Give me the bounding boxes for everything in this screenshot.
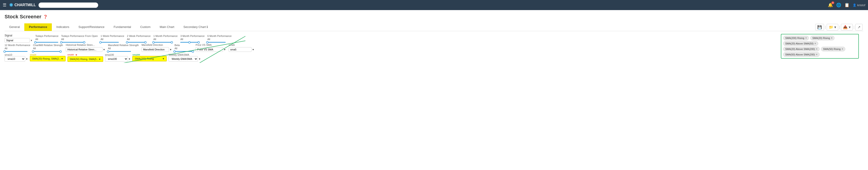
month12-group: 12 Month Performance All — [5, 44, 30, 52]
month6-perf-slider[interactable] — [207, 42, 231, 43]
mansfield-dir-chevron: ▼ — [169, 48, 172, 51]
save-button[interactable]: 💾 — [815, 24, 824, 31]
folder-button[interactable]: 📁 ▾ — [827, 24, 838, 31]
weekly-ema-sma-group: Weekly EMA/SMA Weekly EMA/SMA ▼ — [168, 54, 201, 62]
tag-sma20-above-sma200-label: SMA(20) Above SMA(200) — [785, 48, 815, 50]
sma100-group: sma100 sma100 ▼ — [105, 54, 131, 62]
sma5-chevron: ▼ — [252, 48, 254, 51]
sma50-select-box[interactable]: SMA(50) Rising, SMA(5... ▼ — [67, 56, 103, 62]
header: ☰ ❋ CHARTMILL 🔔 8 🌐 📋 👤 kristof — [0, 0, 868, 10]
month12-slider[interactable] — [5, 51, 30, 52]
tab-performance[interactable]: Performance — [24, 23, 52, 31]
tab-secondary-chart[interactable]: Secondary Chart ℹ — [179, 23, 212, 31]
month3-perf-value: All — [180, 38, 205, 40]
month1-perf-group: 1 Month Performance All — [153, 35, 178, 43]
weekly-ema-sma-select[interactable]: Weekly EMA/SMA — [168, 56, 198, 62]
tab-fundamental[interactable]: Fundamental — [109, 23, 136, 31]
todays-perf-open-slider[interactable] — [61, 42, 98, 43]
month12-label: 12 Month Performance — [5, 44, 30, 46]
help-icon[interactable]: ❓ — [43, 15, 48, 19]
user-name: kristof — [857, 3, 865, 7]
mansfield-rs-value: All — [108, 47, 139, 50]
month3-perf-group: 3 Month Performance All — [180, 35, 205, 43]
sma10-label: sma10 — [5, 54, 28, 56]
tag-sma200-rising-label: SMA(200) Rising — [785, 37, 804, 39]
todays-perf-open-value: All — [61, 38, 98, 40]
chartmill-rs-value: All — [33, 47, 63, 50]
tag-sma50-rising[interactable]: SMA(50) Rising × — [821, 47, 845, 51]
beta-group: Beta All — [175, 44, 193, 52]
tag-sma20-rising-remove[interactable]: × — [831, 36, 833, 40]
logo-text: CHARTMILL — [14, 3, 36, 7]
month3-perf-label: 3 Month Performance — [180, 35, 205, 37]
tag-sma50-above-sma200-remove[interactable]: × — [816, 53, 817, 56]
tag-sma20-above-sma50[interactable]: SMA(20) Above SMA(50) × — [783, 41, 818, 46]
chartmill-rs-label: ChartMill Relative Strength — [33, 44, 63, 46]
sma50-group: sma50 ◄ SMA(50) Rising, SMA(5... ▼ — [67, 53, 103, 62]
beta-slider[interactable] — [175, 51, 193, 52]
tag-sma20-above-sma200-remove[interactable]: × — [816, 47, 817, 50]
download-button[interactable]: 📥 ▾ — [841, 24, 852, 31]
todays-perf-group: Todays Performance All — [35, 35, 59, 43]
globe-icon[interactable]: 🌐 — [836, 2, 841, 7]
week1-perf-slider[interactable] — [100, 42, 124, 43]
header-icons: 🔔 8 🌐 📋 👤 kristof — [828, 2, 865, 7]
main-content: Stock Screener ❓ General Performance Ind… — [0, 10, 868, 66]
search-input[interactable] — [38, 2, 98, 8]
tab-custom[interactable]: Custom — [135, 23, 155, 31]
sma100-label: sma100 — [105, 54, 131, 56]
tag-sma20-rising[interactable]: SMA(20) Rising × — [810, 36, 835, 40]
sma200-select-box[interactable]: SMA(200) Rising ▼ — [132, 56, 167, 61]
logo-icon: ❋ — [9, 2, 13, 8]
notification-badge: 8 — [831, 1, 834, 4]
signal-select[interactable]: Signal — [5, 38, 30, 43]
sma50-chevron: ▼ — [99, 58, 101, 61]
sma10-group: sma10 sma10 ▼ — [5, 54, 28, 62]
filter-container: Signal Signal ▼ Todays Performance All — [5, 34, 863, 63]
chartmill-rs-slider[interactable] — [33, 51, 63, 52]
sma20-label: sma20 — [30, 54, 66, 56]
clipboard-icon[interactable]: 📋 — [844, 2, 849, 7]
price-vs-sma-select[interactable]: Price VS SMA — [196, 47, 223, 52]
sma200-group: sma200 SMA(200) Rising ▼ — [132, 54, 167, 61]
tab-support-resistance[interactable]: Support/Resistance — [74, 23, 109, 31]
sma100-select[interactable]: sma100 — [105, 56, 128, 62]
tab-general[interactable]: General — [5, 23, 24, 31]
mansfield-rs-label: Mansfield Relative Strength — [108, 44, 139, 46]
share-button[interactable]: ↗ — [856, 24, 863, 31]
historical-rs-select[interactable]: Historical Relative Stren... — [66, 47, 102, 52]
mansfield-rs-slider[interactable] — [108, 51, 139, 52]
tags-row4: SMA(50) Above SMA(200) × — [783, 52, 857, 57]
filter-row1: Signal Signal ▼ Todays Performance All — [5, 34, 776, 43]
month1-perf-value: All — [153, 38, 178, 40]
sma50-value: SMA(50) Rising, SMA(5... — [70, 58, 99, 61]
month1-perf-slider[interactable] — [153, 42, 178, 43]
tag-sma200-rising[interactable]: SMA(200) Rising × — [783, 36, 809, 40]
todays-perf-open-label: Todays Performance From Open — [61, 35, 98, 37]
mansfield-rs-group: Mansfield Relative Strength All — [108, 44, 139, 52]
tab-main-chart[interactable]: Main Chart — [155, 23, 179, 31]
chartmill-rs-group: ChartMill Relative Strength All — [33, 44, 63, 52]
mansfield-dir-select[interactable]: Mansfield Direction — [142, 47, 169, 52]
tag-sma20-above-sma50-remove[interactable]: × — [814, 42, 816, 45]
tab-indicators[interactable]: Indicators — [52, 23, 74, 31]
sma20-value: SMA(20) Rising, SMA(2... — [32, 57, 61, 60]
sma5-select[interactable]: sma5 — [229, 47, 252, 52]
sma10-select[interactable]: sma10 — [5, 56, 25, 62]
month6-perf-value: All — [207, 38, 231, 40]
month12-value: All — [5, 47, 30, 50]
week2-perf-slider[interactable] — [127, 42, 151, 43]
sma200-chevron: ▼ — [162, 58, 165, 60]
month1-perf-label: 1 Month Performance — [153, 35, 178, 37]
tag-sma20-above-sma200[interactable]: SMA(20) Above SMA(200) × — [783, 47, 819, 51]
todays-perf-slider[interactable] — [35, 42, 59, 43]
filter-row2: 12 Month Performance All ChartMill Relat… — [5, 43, 776, 52]
menu-icon[interactable]: ☰ — [3, 2, 6, 7]
tag-sma200-rising-remove[interactable]: × — [805, 36, 807, 40]
sma20-select-box[interactable]: SMA(20) Rising, SMA(2... ▼ — [30, 56, 66, 61]
notification-icon[interactable]: 🔔 8 — [828, 2, 833, 7]
month3-perf-slider[interactable] — [180, 42, 205, 43]
user-menu[interactable]: 👤 kristof — [852, 3, 865, 7]
tag-sma50-rising-remove[interactable]: × — [842, 47, 843, 50]
tag-sma50-above-sma200[interactable]: SMA(50) Above SMA(200) × — [783, 52, 819, 57]
